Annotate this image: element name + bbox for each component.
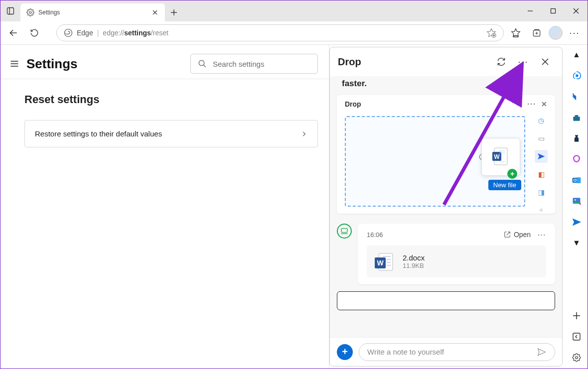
svg-rect-53	[577, 177, 581, 183]
edge-logo-icon	[64, 28, 73, 37]
drop-message-item: 16:06 Open ··· W	[337, 224, 555, 284]
settings-body: Reset settings Restore settings to their…	[0, 79, 329, 147]
sidebar-bing-icon[interactable]	[570, 69, 584, 83]
new-tab-button[interactable]	[165, 3, 183, 21]
illustration-new-file-label: New file	[488, 180, 521, 190]
file-more-button[interactable]: ···	[538, 231, 546, 239]
edge-sidebar: ▲ O ▼	[566, 45, 588, 369]
app-menu-button[interactable]: ···	[566, 24, 584, 42]
svg-point-47	[574, 94, 576, 96]
sidebar-m365-icon[interactable]	[570, 152, 584, 166]
illustration-more-icon: ···	[527, 100, 536, 108]
sidebar-add-button[interactable]	[570, 309, 584, 323]
file-time: 16:06	[367, 231, 383, 239]
compose-input[interactable]: Write a note to yourself	[359, 343, 555, 361]
file-size: 11.9KB	[403, 262, 425, 269]
svg-rect-0	[7, 8, 14, 14]
drop-more-button[interactable]: ···	[514, 53, 532, 71]
drop-hint-text: faster.	[337, 76, 555, 95]
sidebar-games-icon[interactable]	[570, 131, 584, 145]
section-heading: Reset settings	[24, 93, 318, 106]
svg-line-27	[203, 65, 206, 67]
svg-marker-17	[512, 29, 520, 37]
word-doc-icon: W	[374, 251, 394, 271]
svg-text:O: O	[573, 178, 577, 183]
favorites-button[interactable]	[507, 24, 525, 42]
drop-close-button[interactable]	[536, 53, 554, 71]
chevron-down-icon[interactable]: ▼	[570, 236, 584, 250]
svg-rect-48	[573, 117, 580, 121]
drop-sync-button[interactable]	[492, 53, 510, 71]
main-content: Settings Search settings Reset settings …	[0, 44, 588, 369]
search-icon	[198, 59, 207, 68]
svg-rect-8	[551, 9, 556, 13]
svg-text:W: W	[377, 259, 384, 267]
window-close-button[interactable]	[565, 0, 588, 21]
back-button[interactable]	[4, 24, 22, 42]
sidebar-collapse-button[interactable]	[570, 330, 584, 344]
tab-title: Settings	[38, 9, 147, 16]
reset-settings-item[interactable]: Restore settings to their default values	[24, 120, 318, 147]
sidebar-image-icon[interactable]	[570, 194, 584, 208]
address-bar[interactable]: Edge | edge://settings/reset	[56, 24, 504, 41]
settings-search-input[interactable]: Search settings	[190, 54, 318, 74]
device-source-icon	[337, 224, 352, 239]
svg-rect-50	[575, 138, 579, 142]
chevron-up-icon[interactable]: ▲	[570, 48, 584, 62]
settings-menu-button[interactable]	[7, 57, 21, 71]
svg-point-26	[199, 60, 204, 66]
sidebar-settings-button[interactable]	[570, 351, 584, 365]
site-identity: Edge	[77, 29, 93, 37]
maximize-button[interactable]	[542, 0, 565, 21]
tab-actions-button[interactable]	[0, 0, 20, 21]
title-bar: Settings	[0, 0, 588, 21]
svg-point-2	[29, 11, 31, 13]
svg-point-59	[576, 357, 578, 359]
settings-page: Settings Search settings Reset settings …	[0, 45, 329, 369]
minimize-button[interactable]	[519, 0, 542, 21]
chevron-right-icon	[300, 130, 307, 137]
compose-add-button[interactable]: +	[337, 344, 353, 360]
sidebar-shopping-icon[interactable]	[570, 90, 584, 104]
send-icon[interactable]	[537, 347, 547, 357]
svg-point-55	[575, 199, 576, 201]
app-window: Settings Edge |	[0, 0, 588, 369]
browser-toolbar: Edge | edge://settings/reset ···	[0, 21, 588, 44]
favorite-add-icon[interactable]	[486, 28, 496, 38]
url-text: edge://settings/reset	[103, 29, 168, 37]
refresh-button[interactable]	[25, 24, 43, 42]
drop-body: faster. Drop ··· ✕ ◷ ▭	[330, 76, 562, 337]
open-file-button[interactable]: Open	[504, 231, 531, 239]
drop-title: Drop	[338, 56, 488, 68]
message-input-placeholder[interactable]	[337, 291, 555, 310]
window-controls	[519, 0, 588, 21]
svg-rect-58	[573, 333, 580, 340]
drop-illustration: Drop ··· ✕ ◷ ▭ ◧ ◨ ＋	[337, 95, 555, 214]
svg-point-46	[576, 75, 578, 77]
illustration-close-icon: ✕	[541, 100, 547, 108]
sidebar-drop-icon[interactable]	[570, 215, 584, 229]
profile-avatar[interactable]	[549, 26, 563, 40]
settings-header: Settings Search settings	[0, 45, 329, 79]
file-card: 16:06 Open ··· W	[358, 224, 555, 284]
browser-tab[interactable]: Settings	[20, 3, 165, 21]
collections-button[interactable]	[528, 24, 546, 42]
drop-panel: Drop ··· faster. Drop ··· ✕	[329, 47, 563, 367]
drop-header: Drop ···	[330, 47, 562, 76]
sidebar-tools-icon[interactable]	[570, 111, 584, 124]
svg-point-12	[65, 29, 72, 37]
illustration-add-icon: +	[507, 169, 517, 179]
page-title: Settings	[26, 56, 185, 72]
illustration-sidebar: ◷ ▭ ◧ ◨ ＋	[529, 114, 553, 217]
svg-rect-37	[341, 229, 347, 233]
sidebar-outlook-icon[interactable]: O	[570, 173, 584, 187]
svg-text:W: W	[494, 153, 500, 160]
close-tab-button[interactable]	[151, 8, 159, 16]
compose-bar: + Write a note to yourself	[330, 337, 562, 366]
gear-icon	[26, 8, 34, 16]
file-row[interactable]: W 2.docx 11.9KB	[367, 246, 546, 277]
svg-rect-49	[575, 115, 579, 117]
file-name: 2.docx	[403, 253, 425, 262]
